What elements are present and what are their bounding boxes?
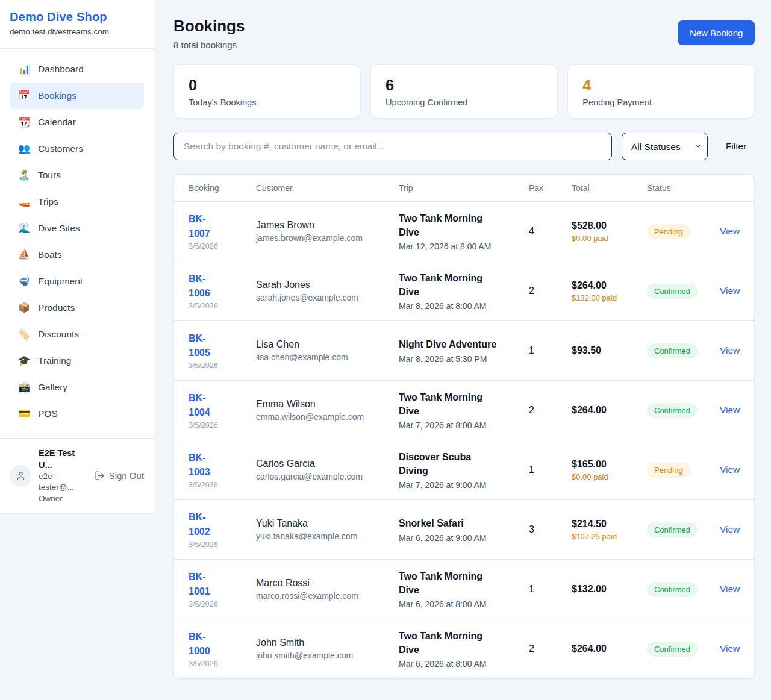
- sidebar-item-label: Customers: [38, 143, 83, 154]
- sidebar-item-pos[interactable]: 💳 POS: [10, 401, 144, 427]
- sidebar-item-gallery[interactable]: 📸 Gallery: [10, 374, 144, 401]
- sidebar-item-trips[interactable]: 🚤 Trips: [10, 189, 144, 215]
- actions-cell: View: [720, 464, 740, 475]
- nav-icon: ⛵: [18, 250, 30, 260]
- nav-icon: 🚤: [18, 197, 30, 207]
- booking-cell: BK-1005 3/5/2026: [189, 331, 256, 369]
- bookings-table: Booking Customer Trip Pax Total Status B…: [173, 174, 755, 679]
- search-input[interactable]: [173, 133, 612, 160]
- status-cell: Confirmed: [647, 582, 720, 597]
- sidebar-item-calendar[interactable]: 📆 Calendar: [10, 109, 144, 136]
- booking-id-link[interactable]: BK-1001: [189, 570, 223, 598]
- table-row: BK-1003 3/5/2026 Carlos Garcia carlos.ga…: [174, 440, 754, 499]
- sidebar-item-discounts[interactable]: 🏷️ Discounts: [10, 321, 144, 348]
- sidebar-item-label: POS: [38, 408, 58, 419]
- booking-cell: BK-1006 3/5/2026: [189, 272, 256, 310]
- sidebar-item-dive-sites[interactable]: 🌊 Dive Sites: [10, 215, 144, 242]
- booking-cell: BK-1003 3/5/2026: [189, 451, 256, 489]
- sidebar-item-products[interactable]: 📦 Products: [10, 295, 144, 321]
- view-link[interactable]: View: [720, 584, 740, 594]
- status-filter-select[interactable]: All Statuses: [622, 133, 708, 160]
- view-link[interactable]: View: [720, 286, 740, 296]
- total-cell: $528.00 $0.00 paid: [572, 220, 647, 243]
- stat-value: 4: [582, 76, 740, 94]
- sidebar-item-tours[interactable]: 🏝️ Tours: [10, 162, 144, 189]
- stats-row: 0 Today's Bookings 6 Upcoming Confirmed …: [173, 64, 755, 119]
- total-amount: $264.00: [572, 280, 647, 291]
- status-badge: Confirmed: [647, 284, 698, 299]
- trip-name: Snorkel Safari: [399, 516, 500, 530]
- status-badge: Confirmed: [647, 403, 698, 418]
- sidebar-nav: 📊 Dashboard 📅 Bookings 📆 Calendar 👥 Cust…: [0, 49, 154, 433]
- total-cell: $264.00 $132.00 paid: [572, 280, 647, 302]
- status-cell: Pending: [647, 224, 720, 239]
- user-icon: [15, 470, 27, 481]
- booking-id-link[interactable]: BK-1000: [189, 630, 223, 657]
- stat-value: 6: [386, 76, 543, 94]
- status-badge: Pending: [647, 463, 690, 478]
- sidebar-item-dashboard[interactable]: 📊 Dashboard: [10, 56, 144, 83]
- view-link[interactable]: View: [720, 643, 740, 654]
- status-badge: Confirmed: [647, 343, 698, 358]
- sidebar-item-equipment[interactable]: 🤿 Equipment: [10, 268, 144, 295]
- booking-date: 3/5/2026: [189, 421, 256, 430]
- pax-cell: 1: [529, 584, 572, 595]
- status-badge: Pending: [647, 224, 690, 239]
- actions-cell: View: [720, 584, 740, 595]
- booking-date: 3/5/2026: [189, 600, 256, 608]
- sidebar-item-training[interactable]: 🎓 Training: [10, 348, 144, 374]
- pax-cell: 1: [529, 345, 572, 356]
- trip-datetime: Mar 6, 2026 at 8:00 AM: [399, 659, 529, 669]
- customer-name: James Brown: [256, 220, 399, 231]
- customer-email: marco.rossi@example.com: [256, 591, 399, 601]
- table-row: BK-1001 3/5/2026 Marco Rossi marco.rossi…: [174, 559, 754, 619]
- page-title: Bookings: [173, 17, 245, 36]
- view-link[interactable]: View: [720, 524, 740, 534]
- sidebar-item-boats[interactable]: ⛵ Boats: [10, 242, 144, 268]
- actions-cell: View: [720, 226, 740, 237]
- booking-date: 3/5/2026: [189, 660, 256, 668]
- user-meta: E2E Test U... e2e-tester@... Owner: [39, 448, 87, 504]
- booking-id-link[interactable]: BK-1006: [189, 272, 223, 299]
- booking-id-link[interactable]: BK-1003: [189, 451, 223, 478]
- customer-cell: Sarah Jones sarah.jones@example.com: [256, 280, 399, 302]
- column-header-customer: Customer: [256, 183, 399, 193]
- booking-date: 3/5/2026: [189, 242, 256, 251]
- total-cell: $93.50: [572, 345, 647, 356]
- status-badge: Confirmed: [647, 582, 698, 597]
- sidebar-item-customers[interactable]: 👥 Customers: [10, 136, 144, 162]
- filter-row: All Statuses Filter: [173, 133, 755, 160]
- status-cell: Confirmed: [647, 522, 720, 537]
- sidebar: Demo Dive Shop demo.test.divestreams.com…: [0, 0, 154, 514]
- sign-out-label: Sign Out: [109, 470, 144, 481]
- booking-id-link[interactable]: BK-1004: [189, 391, 223, 419]
- sidebar-item-label: Equipment: [38, 276, 83, 287]
- stat-card: 4 Pending Payment: [567, 64, 755, 119]
- status-cell: Confirmed: [647, 343, 720, 358]
- view-link[interactable]: View: [720, 345, 740, 355]
- actions-cell: View: [720, 345, 740, 356]
- actions-cell: View: [720, 405, 740, 416]
- customer-email: lisa.chen@example.com: [256, 352, 399, 362]
- pax-cell: 4: [529, 226, 572, 237]
- filter-button[interactable]: Filter: [717, 136, 755, 157]
- view-link[interactable]: View: [720, 226, 740, 236]
- trip-name: Two Tank Morning Dive: [399, 271, 500, 299]
- trip-name: Two Tank Morning Dive: [399, 629, 500, 657]
- nav-icon: 📆: [18, 117, 30, 127]
- nav-icon: 📅: [18, 91, 30, 101]
- view-link[interactable]: View: [720, 405, 740, 415]
- booking-id-link[interactable]: BK-1007: [189, 212, 223, 240]
- booking-id-link[interactable]: BK-1005: [189, 331, 223, 359]
- sign-out-button[interactable]: Sign Out: [95, 470, 144, 481]
- booking-id-link[interactable]: BK-1002: [189, 510, 223, 538]
- sidebar-item-label: Gallery: [38, 382, 67, 393]
- sidebar-item-bookings[interactable]: 📅 Bookings: [10, 83, 144, 109]
- trip-name: Two Tank Morning Dive: [399, 211, 500, 239]
- customer-name: Sarah Jones: [256, 280, 399, 290]
- avatar: [10, 465, 31, 487]
- stat-label: Upcoming Confirmed: [386, 98, 543, 107]
- view-link[interactable]: View: [720, 464, 740, 475]
- nav-icon: 👥: [18, 144, 30, 154]
- new-booking-button[interactable]: New Booking: [678, 20, 755, 45]
